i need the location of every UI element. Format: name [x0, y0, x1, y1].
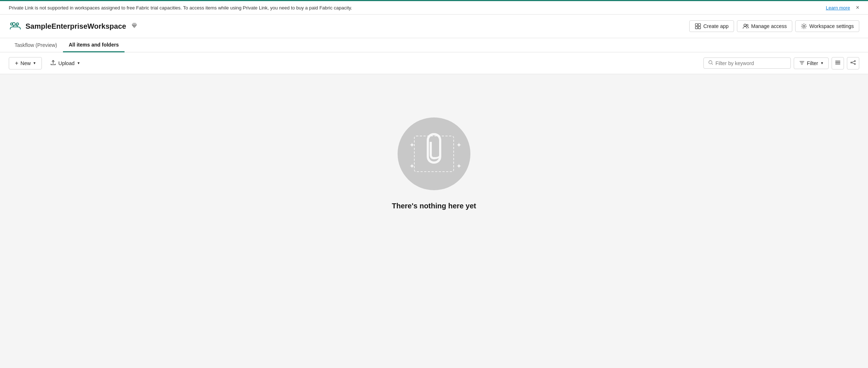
toolbar-left: + New ▾ Upload ▾ — [9, 57, 85, 69]
workspace-settings-label: Workspace settings — [809, 23, 854, 29]
tab-bar: Taskflow (Preview) All items and folders — [0, 38, 868, 52]
tab-all-items[interactable]: All items and folders — [63, 38, 125, 52]
private-link-banner: Private Link is not supported in workspa… — [0, 0, 868, 15]
svg-rect-4 — [698, 24, 701, 26]
toolbar-right: Filter ▾ — [703, 57, 859, 69]
sparkle-bottom-right-icon: ✦ — [456, 162, 462, 170]
tab-taskflow-label: Taskflow (Preview) — [15, 42, 57, 48]
sparkle-top-right-icon: ✦ — [456, 141, 462, 149]
svg-point-18 — [855, 60, 856, 61]
new-button[interactable]: + New ▾ — [9, 57, 42, 69]
header-actions: Create app Manage access Workspace s — [689, 20, 859, 32]
banner-text: Private Link is not supported in workspa… — [9, 5, 823, 11]
svg-point-9 — [803, 25, 805, 27]
empty-state-title: There's nothing here yet — [392, 202, 476, 210]
svg-point-7 — [744, 24, 746, 26]
tab-all-items-label: All items and folders — [69, 42, 119, 48]
svg-point-1 — [16, 23, 19, 25]
workspace-settings-icon — [801, 23, 807, 29]
search-icon — [708, 60, 713, 66]
new-chevron-icon: ▾ — [33, 61, 36, 65]
svg-rect-6 — [698, 27, 701, 29]
manage-access-icon — [742, 23, 749, 29]
tab-taskflow[interactable]: Taskflow (Preview) — [9, 39, 63, 52]
upload-button[interactable]: Upload ▾ — [45, 57, 85, 69]
list-view-button[interactable] — [832, 57, 844, 69]
svg-point-17 — [851, 62, 852, 63]
svg-point-19 — [855, 63, 856, 64]
share-icon — [850, 60, 856, 67]
svg-line-20 — [852, 61, 855, 62]
sparkle-top-left-icon: ✦ — [409, 141, 415, 149]
share-view-button[interactable] — [847, 57, 859, 69]
upload-chevron-icon: ▾ — [78, 61, 80, 65]
paperclip-icon — [423, 130, 445, 167]
main-content: ✦ ✦ ✦ ✦ There's nothing here yet — [0, 74, 868, 256]
workspace-header: SampleEnterpriseWorkspace — [0, 15, 868, 38]
svg-point-2 — [11, 23, 13, 25]
workspace-info: SampleEnterpriseWorkspace — [9, 20, 138, 33]
svg-rect-5 — [695, 27, 698, 29]
filter-lines-icon — [799, 60, 805, 67]
filter-chevron-icon: ▾ — [821, 61, 823, 65]
search-box[interactable] — [703, 57, 791, 69]
svg-rect-3 — [695, 24, 698, 26]
filter-button[interactable]: Filter ▾ — [794, 57, 829, 69]
manage-access-label: Manage access — [751, 23, 787, 29]
sparkle-bottom-left-icon: ✦ — [409, 162, 415, 170]
workspace-name: SampleEnterpriseWorkspace — [25, 22, 126, 31]
filter-label: Filter — [807, 60, 818, 66]
manage-access-button[interactable]: Manage access — [737, 20, 792, 32]
create-app-icon — [695, 23, 701, 29]
create-app-label: Create app — [703, 23, 729, 29]
workspace-settings-button[interactable]: Workspace settings — [795, 20, 859, 32]
workspace-icon — [9, 20, 22, 33]
upload-icon — [50, 60, 56, 67]
toolbar: + New ▾ Upload ▾ — [0, 52, 868, 74]
list-view-icon — [835, 60, 841, 67]
new-label: New — [20, 60, 31, 66]
learn-more-link[interactable]: Learn more — [826, 5, 850, 11]
upload-label: Upload — [58, 60, 74, 66]
premium-diamond-icon — [131, 22, 138, 30]
empty-state-illustration: ✦ ✦ ✦ ✦ — [398, 117, 470, 190]
create-app-button[interactable]: Create app — [689, 20, 734, 32]
svg-line-21 — [852, 63, 855, 64]
svg-point-8 — [746, 24, 748, 26]
banner-close-button[interactable]: × — [856, 5, 859, 11]
filter-keyword-input[interactable] — [715, 60, 786, 66]
new-plus-icon: + — [15, 60, 18, 67]
